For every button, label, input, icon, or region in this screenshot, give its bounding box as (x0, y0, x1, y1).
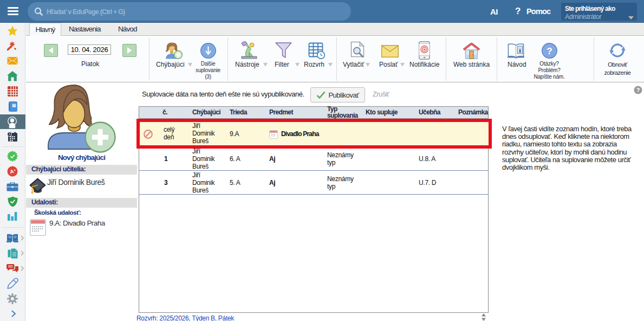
svg-text:?: ? (547, 46, 552, 56)
svg-text:i: i (519, 47, 521, 54)
svg-text:?: ? (636, 87, 640, 93)
